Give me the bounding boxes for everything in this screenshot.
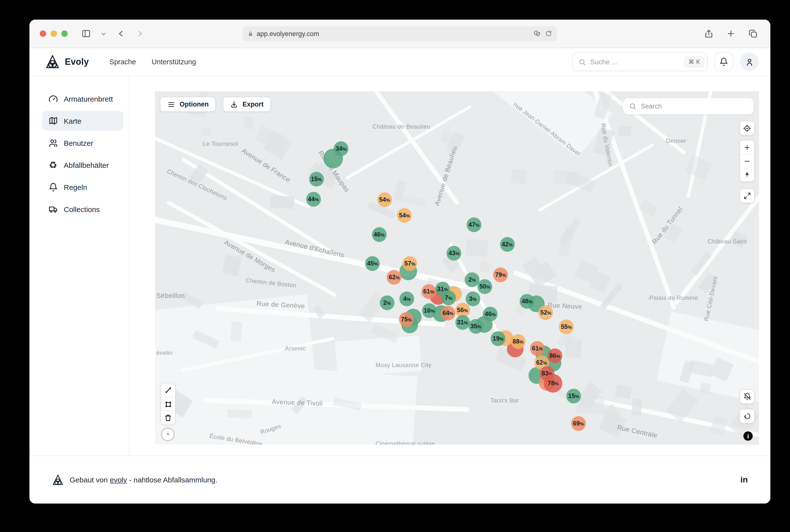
sidebar-toggle-icon[interactable] (80, 28, 92, 39)
street-label: Chemin de Boston (245, 277, 296, 289)
back-button[interactable] (115, 28, 127, 39)
fill-level-marker[interactable]: 7% (441, 290, 456, 305)
fill-level-marker[interactable]: 52% (539, 305, 553, 320)
forward-button[interactable] (134, 28, 146, 39)
toggle-alerts-button[interactable] (740, 390, 754, 403)
brand[interactable]: Evoly (45, 55, 89, 69)
zoom-out-button[interactable] (740, 154, 754, 168)
fill-level-marker[interactable]: 69% (571, 416, 586, 431)
fill-level-marker[interactable]: 34% (334, 141, 348, 156)
map-attribution-logo[interactable] (161, 428, 175, 441)
fill-level-marker[interactable]: 46% (372, 227, 386, 242)
minimize-window-button[interactable] (51, 31, 57, 37)
fill-level-marker[interactable]: 44% (306, 192, 321, 207)
fill-level-marker[interactable]: 78% (544, 374, 562, 392)
sidebar-item-label: Karte (64, 117, 81, 125)
sidebar-item-karte[interactable]: Karte (42, 111, 123, 131)
tab-overview-icon[interactable] (747, 28, 758, 39)
compass-button[interactable] (740, 168, 754, 182)
fill-level-marker[interactable]: 54% (397, 208, 412, 223)
nav-link-sprache[interactable]: Sprache (110, 58, 136, 66)
url-bar[interactable]: app.evolyenergy.com (243, 26, 557, 41)
locate-button[interactable] (740, 121, 754, 135)
fill-level-marker[interactable]: 46% (483, 307, 498, 322)
fill-level-marker[interactable]: 4% (400, 292, 415, 306)
sidebar-item-abfallbehälter[interactable]: ♻Abfallbehälter (42, 155, 123, 175)
map-info-button[interactable]: i (744, 431, 753, 441)
fill-level-value: 34% (335, 146, 347, 152)
fill-level-marker[interactable]: 35% (468, 319, 483, 334)
nav-link-unterstützung[interactable]: Unterstützung (152, 58, 196, 66)
fill-level-marker[interactable]: 19% (491, 331, 505, 346)
sidebar-item-benutzer[interactable]: Benutzer (42, 133, 123, 153)
fill-level-marker[interactable]: 54% (377, 192, 392, 207)
user-avatar[interactable] (740, 53, 758, 71)
sidebar-item-collections[interactable]: Collections (42, 199, 123, 219)
fill-level-marker[interactable]: 43% (447, 246, 462, 261)
fill-level-marker[interactable]: 55% (559, 320, 574, 334)
street-label: Le Tournesol (203, 140, 238, 147)
fill-level-marker[interactable]: 64% (441, 306, 455, 321)
new-tab-icon[interactable] (725, 28, 736, 39)
export-button[interactable]: Export (223, 97, 271, 112)
fill-level-value: 69% (573, 420, 584, 427)
chevron-down-icon[interactable] (100, 30, 108, 38)
main-panel: Optionen Export Search (130, 76, 770, 455)
sidebar-item-label: Benutzer (64, 139, 93, 147)
fill-level-marker[interactable]: 61% (421, 284, 436, 299)
options-button[interactable]: Optionen (160, 97, 216, 112)
hamburger-icon (167, 100, 175, 108)
refresh-map-button[interactable] (740, 409, 754, 423)
fill-level-value: 78% (547, 380, 559, 386)
fill-level-marker[interactable]: 57% (403, 256, 417, 271)
gauge-icon (48, 94, 58, 103)
fill-level-marker[interactable]: 3% (465, 292, 480, 306)
maximize-window-button[interactable] (61, 31, 68, 37)
truck-icon (48, 204, 58, 214)
fill-level-marker[interactable]: 61% (530, 341, 545, 356)
global-search-input[interactable]: Suche ... ⌘ K (572, 53, 708, 71)
fill-level-value: 15% (311, 176, 322, 183)
recycle-icon: ♻ (48, 160, 58, 170)
browser-window: app.evolyenergy.com (30, 20, 770, 504)
sidebar-item-regeln[interactable]: Regeln (42, 177, 123, 197)
fill-level-value: 35% (470, 323, 481, 330)
reload-icon[interactable] (545, 30, 552, 37)
fill-level-marker[interactable]: 88% (511, 334, 525, 349)
fill-level-marker[interactable]: 86% (547, 348, 562, 363)
fill-level-marker[interactable]: 15% (309, 172, 324, 187)
zoom-in-button[interactable] (740, 140, 754, 154)
fill-level-value: 64% (443, 310, 454, 317)
fill-level-marker[interactable]: 31% (455, 315, 470, 330)
evoly-logo-icon (45, 55, 60, 69)
fill-level-marker[interactable]: 15% (566, 389, 581, 404)
fill-level-marker[interactable]: 75% (399, 312, 413, 327)
fill-level-marker[interactable]: 62% (387, 270, 402, 285)
draw-polygon-tool-button[interactable] (161, 397, 175, 411)
sidebar-item-armaturenbrett[interactable]: Armaturenbrett (42, 89, 123, 109)
fill-level-marker[interactable]: 79% (493, 267, 508, 282)
fill-level-marker[interactable]: 42% (500, 237, 515, 252)
bell-slash-icon (743, 393, 751, 400)
close-window-button[interactable] (40, 31, 46, 37)
fill-level-marker[interactable]: 2% (380, 296, 394, 310)
notifications-button[interactable] (714, 53, 733, 71)
evoly-link[interactable]: evoly (110, 476, 127, 484)
fill-level-marker[interactable]: 2% (465, 273, 480, 287)
share-icon[interactable] (703, 28, 714, 39)
measure-tool-button[interactable] (161, 383, 175, 397)
fill-level-marker[interactable]: 50% (478, 279, 492, 294)
map-search-input[interactable]: Search (623, 98, 754, 114)
fill-level-marker[interactable]: 45% (365, 256, 380, 271)
linkedin-icon[interactable]: in (740, 475, 748, 484)
map-canvas[interactable]: Optionen Export Search (155, 91, 759, 445)
privacy-shield-icon[interactable] (533, 30, 541, 37)
delete-tool-button[interactable] (161, 411, 175, 424)
fill-level-marker[interactable]: 16% (422, 303, 437, 318)
evoly-footer-logo-icon (52, 474, 64, 486)
street-label: Taco's Bar (490, 397, 519, 404)
fullscreen-button[interactable] (740, 189, 754, 203)
fill-level-marker[interactable]: 48% (520, 294, 535, 309)
fill-level-marker[interactable]: 47% (467, 217, 481, 232)
fill-level-value: 44% (308, 196, 319, 203)
